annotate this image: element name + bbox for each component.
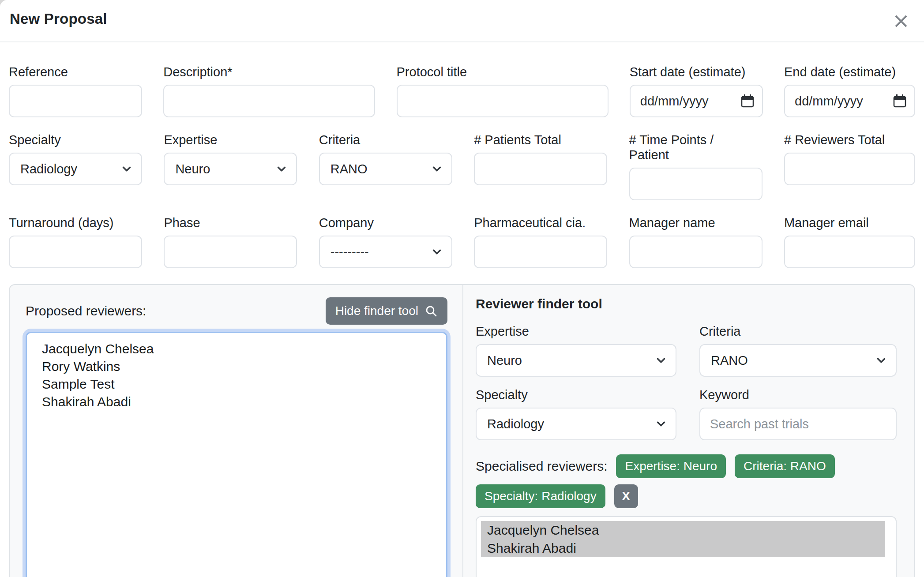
page-title: New Proposal (10, 11, 107, 27)
start-date-input[interactable] (630, 85, 763, 117)
clear-filters-button[interactable]: X (614, 484, 638, 508)
expertise-label: Expertise (164, 132, 297, 147)
reference-label: Reference (9, 64, 142, 79)
specialised-reviewers-label: Specialised reviewers: (476, 459, 607, 474)
reference-input[interactable] (9, 85, 142, 117)
field-phase: Phase (164, 215, 297, 268)
finder-expertise-select[interactable]: Neuro (477, 345, 676, 376)
specialty-label: Specialty (9, 132, 142, 147)
proposal-form: Reference Description* Protocol title St… (0, 64, 924, 268)
finder-field-keyword: Keyword (699, 387, 897, 440)
field-manager-name: Manager name (629, 215, 762, 268)
phase-label: Phase (164, 215, 297, 230)
manager-email-label: Manager email (784, 215, 915, 230)
finder-criteria-label: Criteria (699, 324, 897, 339)
close-button[interactable] (891, 11, 911, 31)
reviewer-finder-section: Reviewer finder tool Expertise Neuro Cri… (463, 285, 914, 577)
protocol-title-input[interactable] (397, 85, 608, 117)
field-protocol-title: Protocol title (397, 64, 608, 117)
filter-badge[interactable]: Expertise: Neuro (616, 454, 726, 478)
search-icon (424, 304, 438, 318)
protocol-title-label: Protocol title (397, 64, 608, 79)
field-description: Description* (163, 64, 375, 117)
time-points-label: # Time Points / Patient (629, 132, 753, 162)
filter-badge[interactable]: Specialty: Radiology (476, 484, 605, 508)
specialised-reviewer-option[interactable]: Jacquelyn Chelsea (481, 521, 885, 539)
hide-finder-tool-label: Hide finder tool (335, 304, 418, 318)
finder-keyword-label: Keyword (699, 387, 897, 402)
patients-total-label: # Patients Total (474, 132, 607, 147)
new-proposal-modal: { "modal": { "title": "New Proposal" }, … (0, 0, 924, 577)
finder-specialty-select[interactable]: Radiology (477, 408, 676, 439)
keyword-input[interactable] (699, 408, 897, 440)
pharma-label: Pharmaceutical cia. (474, 215, 607, 230)
company-select[interactable]: --------- (320, 236, 451, 267)
turnaround-input[interactable] (9, 236, 142, 268)
proposed-reviewer-option[interactable]: Sample Test (42, 375, 446, 393)
proposed-reviewers-section: Proposed reviewers: Hide finder tool Jac… (10, 285, 463, 577)
time-points-input[interactable] (629, 168, 762, 200)
finder-criteria-select[interactable]: RANO (700, 345, 896, 376)
field-time-points: # Time Points / Patient (629, 132, 762, 200)
modal-header: New Proposal (0, 0, 924, 42)
reviewer-finder-title: Reviewer finder tool (476, 296, 897, 311)
start-date-label: Start date (estimate) (630, 64, 763, 79)
turnaround-label: Turnaround (days) (9, 215, 142, 230)
field-start-date: Start date (estimate) (630, 64, 763, 117)
specialised-reviewers-listbox[interactable]: Jacquelyn ChelseaShakirah Abadi (476, 516, 897, 577)
close-icon (893, 13, 909, 29)
proposed-reviewers-listbox[interactable]: Jacquelyn ChelseaRory WatkinsSample Test… (26, 332, 447, 577)
description-input[interactable] (163, 85, 375, 117)
description-label: Description* (163, 64, 375, 79)
end-date-label: End date (estimate) (784, 64, 915, 79)
manager-name-input[interactable] (629, 236, 762, 268)
field-specialty: Specialty Radiology (9, 132, 142, 185)
hide-finder-tool-button[interactable]: Hide finder tool (326, 297, 447, 325)
specialised-reviewer-option[interactable]: Shakirah Abadi (481, 539, 885, 557)
finder-specialty-label: Specialty (476, 387, 676, 402)
reviewers-panel: Proposed reviewers: Hide finder tool Jac… (9, 284, 915, 577)
specialty-select[interactable]: Radiology (10, 154, 141, 184)
finder-field-criteria: Criteria RANO (699, 324, 897, 377)
field-reviewers-total: # Reviewers Total (784, 132, 915, 185)
filter-badge[interactable]: Criteria: RANO (735, 454, 835, 478)
manager-email-input[interactable] (784, 236, 915, 268)
proposed-reviewer-option[interactable]: Shakirah Abadi (42, 393, 446, 411)
criteria-label: Criteria (319, 132, 452, 147)
finder-field-expertise: Expertise Neuro (476, 324, 676, 377)
proposed-reviewers-label: Proposed reviewers: (26, 303, 146, 318)
field-reference: Reference (9, 64, 142, 117)
field-criteria: Criteria RANO (319, 132, 452, 185)
field-patients-total: # Patients Total (474, 132, 607, 185)
specialised-reviewers-row: Specialised reviewers: Expertise: NeuroC… (476, 454, 897, 508)
reviewers-total-input[interactable] (784, 153, 915, 185)
reviewers-total-label: # Reviewers Total (784, 132, 915, 147)
finder-field-specialty: Specialty Radiology (476, 387, 676, 440)
finder-expertise-label: Expertise (476, 324, 676, 339)
company-label: Company (319, 215, 452, 230)
manager-name-label: Manager name (629, 215, 762, 230)
expertise-select[interactable]: Neuro (165, 154, 296, 184)
proposed-reviewer-option[interactable]: Jacquelyn Chelsea (42, 340, 446, 358)
end-date-input[interactable] (784, 85, 915, 117)
pharma-input[interactable] (474, 236, 607, 268)
field-company: Company --------- (319, 215, 452, 268)
clear-filters-x-icon: X (622, 489, 630, 503)
field-pharma: Pharmaceutical cia. (474, 215, 607, 268)
criteria-select[interactable]: RANO (320, 154, 451, 184)
phase-input[interactable] (164, 236, 297, 268)
field-expertise: Expertise Neuro (164, 132, 297, 185)
proposed-reviewer-option[interactable]: Rory Watkins (42, 358, 446, 375)
field-manager-email: Manager email (784, 215, 915, 268)
field-end-date: End date (estimate) (784, 64, 915, 117)
field-turnaround: Turnaround (days) (9, 215, 142, 268)
patients-total-input[interactable] (474, 153, 607, 185)
